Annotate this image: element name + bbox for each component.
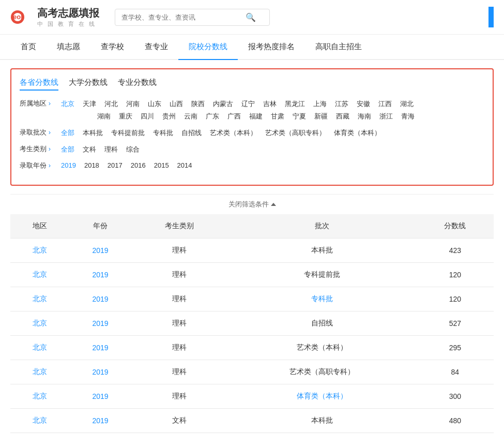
close-filter-button[interactable]: 关闭筛选条件	[228, 200, 276, 209]
col-header-0: 地区	[10, 214, 69, 239]
table-cell-4-4: 295	[417, 336, 494, 360]
data-table-container: 地区年份考生类别批次分数线 北京2019理科本科批423北京2019理科专科提前…	[10, 214, 494, 433]
filter-value2-0-11[interactable]: 西藏	[334, 111, 352, 122]
filter-value-0-1[interactable]: 天津	[81, 99, 98, 109]
triangle-up-icon	[271, 203, 276, 206]
col-header-4: 分数线	[417, 214, 494, 239]
filter-value-3-5[interactable]: 2014	[175, 161, 194, 170]
filter-value2-0-4[interactable]: 云南	[182, 111, 200, 122]
filter-value-3-2[interactable]: 2017	[105, 161, 125, 170]
filter-value-0-11[interactable]: 上海	[311, 99, 329, 109]
nav-item-填志愿[interactable]: 填志愿	[47, 35, 90, 59]
filter-value-0-4[interactable]: 山东	[146, 99, 163, 109]
filter-tab-大学分数线[interactable]: 大学分数线	[69, 78, 108, 91]
filter-value2-0-0[interactable]: 湖南	[95, 111, 113, 122]
filter-value2-0-8[interactable]: 甘肃	[269, 111, 286, 122]
filter-value-3-1[interactable]: 2018	[82, 161, 101, 170]
nav-item-报考热度排名[interactable]: 报考热度排名	[238, 35, 305, 59]
nav-item-查学校[interactable]: 查学校	[90, 35, 134, 59]
filter-value-1-3[interactable]: 专科批	[151, 128, 175, 138]
filter-value-2-1[interactable]: 文科	[81, 144, 98, 155]
filter-value-0-3[interactable]: 河南	[124, 99, 142, 109]
filter-value-2-3[interactable]: 综合	[124, 144, 142, 155]
filter-value-0-13[interactable]: 安徽	[355, 99, 372, 109]
table-cell-5-4: 84	[417, 360, 494, 384]
table-cell-7-2: 文科	[132, 409, 227, 433]
filter-value-1-2[interactable]: 专科提前批	[109, 128, 147, 138]
filter-value-0-7[interactable]: 内蒙古	[211, 99, 235, 109]
nav-item-查专业[interactable]: 查专业	[134, 35, 178, 59]
table-cell-6-1: 2019	[69, 384, 131, 409]
filter-value2-0-12[interactable]: 海南	[356, 111, 373, 122]
filter-value-0-10[interactable]: 黑龙江	[283, 99, 307, 109]
filter-value-1-1[interactable]: 本科批	[81, 128, 105, 138]
filter-value-1-7[interactable]: 体育类（本科）	[332, 128, 383, 138]
filter-value2-0-1[interactable]: 重庆	[117, 111, 134, 122]
table-cell-6-3: 体育类（本科）	[227, 384, 417, 409]
filter-value2-0-14[interactable]: 青海	[399, 111, 417, 122]
table-cell-0-1: 2019	[69, 239, 131, 263]
filter-value2-0-3[interactable]: 贵州	[160, 111, 178, 122]
table-cell-7-3: 本科批	[227, 409, 417, 433]
filter-value-0-12[interactable]: 江苏	[333, 99, 350, 109]
filter-container: 各省分数线大学分数线专业分数线所属地区 › 北京天津河北河南山东山西陕西内蒙古辽…	[10, 68, 494, 186]
filter-value-1-0[interactable]: 全部	[59, 128, 77, 138]
filter-value-0-0[interactable]: 北京	[59, 99, 77, 109]
search-box[interactable]: 🔍	[115, 9, 270, 26]
filter-tabs: 各省分数线大学分数线专业分数线	[20, 78, 484, 91]
filter-row-2: 考生类别 › 全部文科理科综合	[20, 144, 484, 155]
logo-sub: 中 国 教 育 在 线	[37, 20, 99, 28]
filter-value-3-0[interactable]: 2019	[59, 161, 78, 170]
filter-value-0-9[interactable]: 吉林	[261, 99, 279, 109]
table-row: 北京2019理科艺术类（本科）295	[10, 336, 494, 360]
filter-values-2: 全部文科理科综合	[59, 144, 142, 155]
filter-value-1-6[interactable]: 艺术类（高职专科）	[263, 128, 328, 138]
table-cell-3-3: 自招线	[227, 311, 417, 336]
table-cell-3-4: 527	[417, 311, 494, 336]
nav-item-院校分数线[interactable]: 院校分数线	[178, 35, 238, 60]
search-icon[interactable]: 🔍	[246, 12, 256, 22]
table-row: 北京2019理科专科批120	[10, 287, 494, 311]
nav-item-高职自主招生[interactable]: 高职自主招生	[305, 35, 372, 59]
filter-value-2-0[interactable]: 全部	[59, 144, 77, 155]
filter-value2-0-9[interactable]: 宁夏	[291, 111, 308, 122]
filter-values-3: 201920182017201620152014	[59, 161, 194, 170]
table-row: 北京2019理科自招线527	[10, 311, 494, 336]
search-input[interactable]	[121, 13, 246, 21]
filter-value2-0-6[interactable]: 广西	[225, 111, 243, 122]
filter-value-0-14[interactable]: 江西	[376, 99, 394, 109]
right-button[interactable]	[488, 7, 494, 27]
table-cell-5-0: 北京	[10, 360, 69, 384]
table-cell-1-1: 2019	[69, 263, 131, 287]
filter-value-3-4[interactable]: 2015	[152, 161, 171, 170]
table-cell-4-1: 2019	[69, 336, 131, 360]
filter-value-0-8[interactable]: 辽宁	[239, 99, 257, 109]
filter-value-0-2[interactable]: 河北	[102, 99, 120, 109]
filter-value2-0-13[interactable]: 浙江	[377, 111, 395, 122]
table-cell-0-4: 423	[417, 239, 494, 263]
filter-value-1-4[interactable]: 自招线	[179, 128, 204, 138]
filter-value-0-5[interactable]: 山西	[167, 99, 185, 109]
col-header-2: 考生类别	[132, 214, 227, 239]
filter-tab-各省分数线[interactable]: 各省分数线	[20, 78, 58, 91]
filter-value2-0-10[interactable]: 新疆	[312, 111, 330, 122]
nav-item-首页[interactable]: 首页	[10, 35, 47, 59]
table-cell-7-4: 480	[417, 409, 494, 433]
filter-value2-0-7[interactable]: 福建	[247, 111, 265, 122]
table-row: 北京2019理科专科提前批120	[10, 263, 494, 287]
filter-value-2-2[interactable]: 理科	[102, 144, 120, 155]
filter-row-label-0: 所属地区 ›	[20, 99, 56, 108]
filter-tab-专业分数线[interactable]: 专业分数线	[118, 78, 157, 91]
filter-row-label-3: 录取年份 ›	[20, 161, 56, 170]
filter-value-1-5[interactable]: 艺术类（本科）	[208, 128, 259, 138]
table-cell-2-1: 2019	[69, 287, 131, 311]
filter-value2-0-5[interactable]: 广东	[204, 111, 221, 122]
table-cell-3-1: 2019	[69, 311, 131, 336]
table-cell-6-4: 300	[417, 384, 494, 409]
filter-value-3-3[interactable]: 2016	[129, 161, 148, 170]
filter-value2-0-2[interactable]: 四川	[139, 111, 156, 122]
filter-value-0-6[interactable]: 陕西	[189, 99, 207, 109]
filter-value-0-15[interactable]: 湖北	[398, 99, 416, 109]
table-cell-2-4: 120	[417, 287, 494, 311]
table-cell-2-2: 理科	[132, 287, 227, 311]
